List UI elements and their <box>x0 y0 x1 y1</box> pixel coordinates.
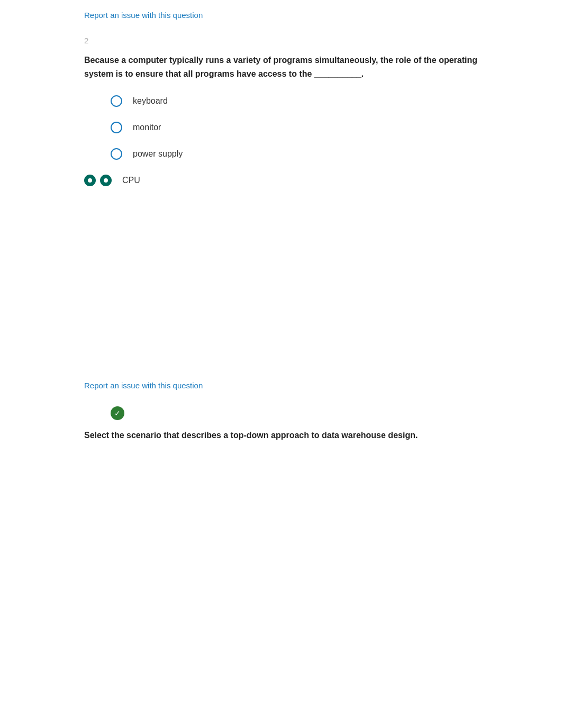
check-icon-container: ✓ <box>111 406 478 420</box>
question-3-section: ✓ Select the scenario that describes a t… <box>75 406 487 442</box>
spacer-area <box>75 201 487 370</box>
radio-cpu-second-inner <box>104 178 108 183</box>
report-issue-link-1[interactable]: Report an issue with this question <box>84 11 203 20</box>
radio-power-supply[interactable] <box>111 148 122 160</box>
radio-keyboard[interactable] <box>111 95 122 107</box>
option-label-power-supply: power supply <box>133 149 183 159</box>
report-issue-link-2[interactable]: Report an issue with this question <box>84 381 203 390</box>
option-cpu[interactable]: CPU <box>84 175 478 186</box>
question-number-2: 2 <box>84 36 478 45</box>
radio-cpu-selected[interactable] <box>84 175 96 186</box>
radio-cpu-inner <box>88 178 92 183</box>
bottom-report-section: Report an issue with this question <box>75 381 487 390</box>
option-label-keyboard: keyboard <box>133 96 168 106</box>
radio-cpu-second[interactable] <box>100 175 112 186</box>
option-monitor[interactable]: monitor <box>111 122 478 133</box>
options-list: keyboard monitor power supply <box>111 95 478 160</box>
option-label-cpu: CPU <box>122 176 140 185</box>
cpu-radio-container <box>84 175 112 186</box>
radio-monitor[interactable] <box>111 122 122 133</box>
option-label-monitor: monitor <box>133 123 161 132</box>
check-icon: ✓ <box>114 410 121 417</box>
question-2-text: Because a computer typically runs a vari… <box>84 53 478 80</box>
option-keyboard[interactable]: keyboard <box>111 95 478 107</box>
correct-check-circle: ✓ <box>111 406 124 420</box>
question-3-text: Select the scenario that describes a top… <box>84 429 478 442</box>
option-power-supply[interactable]: power supply <box>111 148 478 160</box>
question-2-section: 2 Because a computer typically runs a va… <box>75 36 487 186</box>
